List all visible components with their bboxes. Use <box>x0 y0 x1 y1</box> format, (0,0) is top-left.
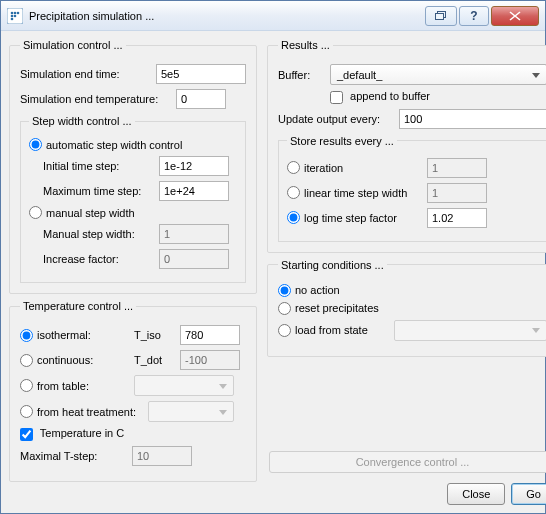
log-radio[interactable] <box>287 211 300 224</box>
sim-end-time-label: Simulation end time: <box>20 68 150 80</box>
go-button[interactable]: Go <box>511 483 546 505</box>
linear-radio-label[interactable]: linear time step width <box>287 186 421 199</box>
max-step-label: Maximum time step: <box>43 185 153 197</box>
manual-step-radio[interactable] <box>29 206 42 219</box>
load-state-text: load from state <box>295 324 368 336</box>
linear-text: linear time step width <box>304 187 407 199</box>
t-dot-label: T_dot <box>134 354 174 366</box>
app-icon <box>7 8 23 24</box>
from-table-text: from table: <box>37 380 89 392</box>
no-action-radio[interactable] <box>278 284 291 297</box>
manual-step-radio-label[interactable]: manual step width <box>29 206 135 219</box>
temperature-control-group: Temperature control ... isothermal: T_is… <box>9 300 257 482</box>
svg-point-6 <box>11 17 14 20</box>
svg-point-1 <box>11 11 14 14</box>
iteration-radio-label[interactable]: iteration <box>287 161 421 174</box>
results-legend: Results ... <box>278 39 333 51</box>
close-button[interactable]: Close <box>447 483 505 505</box>
max-tstep-input <box>132 446 192 466</box>
convergence-control-button: Convergence control ... <box>269 451 546 473</box>
left-column: Simulation control ... Simulation end ti… <box>9 39 257 505</box>
temp-in-c-checkbox-label[interactable]: Temperature in C <box>20 427 124 441</box>
dialog-footer: Close Go <box>267 479 546 505</box>
t-iso-input[interactable] <box>180 325 240 345</box>
init-step-input[interactable] <box>159 156 229 176</box>
from-heat-text: from heat treatment: <box>37 406 136 418</box>
results-group: Results ... Buffer: _default_ append to … <box>267 39 546 253</box>
sim-end-temp-input[interactable] <box>176 89 226 109</box>
no-action-text: no action <box>295 284 340 296</box>
step-width-group: Step width control ... automatic step wi… <box>20 115 246 283</box>
init-step-label: Initial time step: <box>43 160 153 172</box>
store-results-group: Store results every ... iteration <box>278 135 546 242</box>
isothermal-radio-label[interactable]: isothermal: <box>20 329 128 342</box>
linear-radio[interactable] <box>287 186 300 199</box>
from-table-combo <box>134 375 234 396</box>
continuous-radio-label[interactable]: continuous: <box>20 354 128 367</box>
iteration-text: iteration <box>304 162 343 174</box>
from-table-radio[interactable] <box>20 379 33 392</box>
t-iso-label: T_iso <box>134 329 174 341</box>
window-help-button[interactable]: ? <box>459 6 489 26</box>
from-table-radio-label[interactable]: from table: <box>20 379 128 392</box>
svg-rect-8 <box>436 13 444 19</box>
max-step-input[interactable] <box>159 181 229 201</box>
buffer-label: Buffer: <box>278 69 324 81</box>
temp-in-c-text: Temperature in C <box>40 427 124 439</box>
manual-width-input <box>159 224 229 244</box>
simulation-control-group: Simulation control ... Simulation end ti… <box>9 39 257 294</box>
continuous-text: continuous: <box>37 354 93 366</box>
no-action-radio-label[interactable]: no action <box>278 284 340 297</box>
append-text: append to buffer <box>350 90 430 102</box>
max-tstep-label: Maximal T-step: <box>20 450 126 462</box>
isothermal-text: isothermal: <box>37 329 91 341</box>
window-buttons: ? <box>423 6 539 26</box>
sim-end-temp-label: Simulation end temperature: <box>20 93 170 105</box>
convergence-control-label: Convergence control ... <box>356 456 470 468</box>
log-radio-label[interactable]: log time step factor <box>287 211 421 224</box>
reset-radio-label[interactable]: reset precipitates <box>278 302 379 315</box>
log-input[interactable] <box>427 208 487 228</box>
close-button-label: Close <box>462 488 490 500</box>
starting-conditions-legend: Starting conditions ... <box>278 259 387 271</box>
iteration-radio[interactable] <box>287 161 300 174</box>
from-heat-radio[interactable] <box>20 405 33 418</box>
titlebar: Precipitation simulation ... ? <box>1 1 545 31</box>
auto-step-radio[interactable] <box>29 138 42 151</box>
svg-point-2 <box>14 11 17 14</box>
buffer-combo[interactable]: _default_ <box>330 64 546 85</box>
window-close-button[interactable] <box>491 6 539 26</box>
update-output-input[interactable] <box>399 109 546 129</box>
manual-step-text: manual step width <box>46 207 135 219</box>
load-state-radio[interactable] <box>278 324 291 337</box>
go-button-label: Go <box>526 488 541 500</box>
dialog-window: Precipitation simulation ... ? Simulatio… <box>0 0 546 514</box>
auto-step-text: automatic step width control <box>46 139 182 151</box>
window-restore-button[interactable] <box>425 6 457 26</box>
update-output-label: Update output every: <box>278 113 393 125</box>
window-title: Precipitation simulation ... <box>29 10 423 22</box>
append-checkbox-label[interactable]: append to buffer <box>330 90 430 104</box>
increase-factor-label: Increase factor: <box>43 253 153 265</box>
svg-point-4 <box>11 14 14 17</box>
isothermal-radio[interactable] <box>20 329 33 342</box>
temperature-control-legend: Temperature control ... <box>20 300 136 312</box>
auto-step-radio-label[interactable]: automatic step width control <box>29 138 182 151</box>
reset-radio[interactable] <box>278 302 291 315</box>
starting-conditions-group: Starting conditions ... no action reset … <box>267 259 546 357</box>
continuous-radio[interactable] <box>20 354 33 367</box>
from-heat-radio-label[interactable]: from heat treatment: <box>20 405 142 418</box>
sim-end-time-input[interactable] <box>156 64 246 84</box>
right-column: Results ... Buffer: _default_ append to … <box>267 39 546 505</box>
from-heat-combo <box>148 401 234 422</box>
buffer-combo-value: _default_ <box>337 69 382 81</box>
manual-width-label: Manual step width: <box>43 228 153 240</box>
load-state-radio-label[interactable]: load from state <box>278 324 388 337</box>
log-text: log time step factor <box>304 212 397 224</box>
temp-in-c-checkbox[interactable] <box>20 428 33 441</box>
linear-input <box>427 183 487 203</box>
append-checkbox[interactable] <box>330 91 343 104</box>
t-dot-input <box>180 350 240 370</box>
svg-point-5 <box>14 14 17 17</box>
reset-text: reset precipitates <box>295 302 379 314</box>
